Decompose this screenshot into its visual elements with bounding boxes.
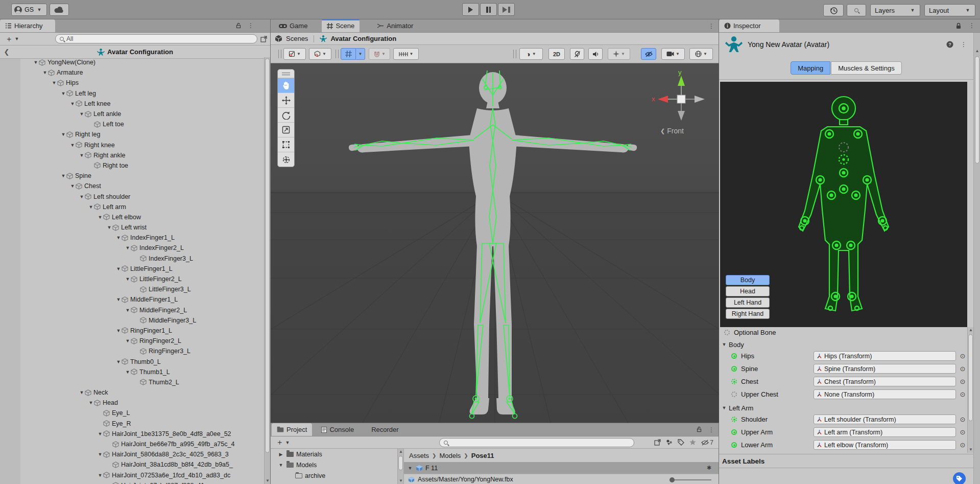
hierarchy-tree-item[interactable]: ▼ Chest <box>0 181 265 191</box>
tab-recorder[interactable]: Recorder <box>366 423 403 436</box>
hierarchy-tree-item[interactable]: ▼ LittleFinger2_L <box>0 274 265 284</box>
body-part-button-body[interactable]: Body <box>726 275 770 285</box>
expand-arrow-icon[interactable]: ▼ <box>97 452 103 457</box>
hierarchy-tree-item[interactable]: ▼ HairJoint_67cbd887_f808_41 <box>0 480 265 484</box>
view-orientation-label[interactable]: ❮ Front <box>660 127 684 135</box>
panel-menu-icon[interactable]: ⋮ <box>248 22 254 29</box>
open-search-window-icon[interactable] <box>654 439 661 446</box>
palette-drag-handle[interactable] <box>278 70 294 78</box>
body-part-button-head[interactable]: Head <box>726 286 770 296</box>
hierarchy-tree-item[interactable]: ▼ Eye_L <box>0 408 265 418</box>
rotate-tool[interactable] <box>278 107 294 122</box>
expand-arrow-icon[interactable]: ▼ <box>115 297 122 302</box>
hierarchy-tree-item[interactable]: ▼ IndexFinger1_L <box>0 233 265 243</box>
expand-arrow-icon[interactable]: ▼ <box>125 245 131 250</box>
hierarchy-tree-item[interactable]: ▼ Armature <box>0 67 265 78</box>
bone-object-field[interactable]: Left arm (Transform) <box>814 427 956 437</box>
scrollbar-thumb[interactable] <box>968 334 973 421</box>
breadcrumb-scenes[interactable]: Scenes <box>286 35 308 42</box>
gizmos-dropdown[interactable]: ▼ <box>689 48 713 60</box>
hierarchy-tree-item[interactable]: ▼ Left knee <box>0 99 265 109</box>
tab-inspector[interactable]: Inspector <box>719 19 779 32</box>
tab-animator[interactable]: Animator <box>372 19 418 32</box>
hierarchy-tree-item[interactable]: ▼ Spine <box>0 171 265 181</box>
bone-object-field[interactable]: Left shoulder (Transform) <box>814 414 956 424</box>
hierarchy-tree-item[interactable]: ▼ HairJoint_38a1cd8b_b8f4_42db_b9a5_ <box>0 459 265 470</box>
hierarchy-scrollbar[interactable]: ▼ <box>264 57 270 484</box>
pause-button[interactable] <box>480 3 497 16</box>
scene-viewport[interactable]: y x ❮ Front <box>271 63 719 423</box>
folder-item-materials[interactable]: ▶ Materials <box>271 449 397 459</box>
breadcrumb-pose11[interactable]: Pose11 <box>471 452 494 459</box>
object-picker-icon[interactable]: ⊙ <box>958 441 966 449</box>
tab-mapping[interactable]: Mapping <box>791 61 830 75</box>
panel-lock-icon[interactable] <box>235 22 242 29</box>
hierarchy-tree-item[interactable]: ▼ Eye_R <box>0 419 265 429</box>
open-search-window-icon[interactable] <box>260 36 267 42</box>
expand-arrow-icon[interactable]: ▼ <box>60 132 66 137</box>
bone-object-field[interactable]: Chest (Transform) <box>814 377 956 386</box>
search-by-type-icon[interactable] <box>666 439 673 446</box>
hierarchy-tree-item[interactable]: ▼ IndexFinger2_L <box>0 243 265 253</box>
hierarchy-tree-item[interactable]: ▼ Left toe <box>0 119 265 129</box>
panel-menu-icon[interactable]: ⋮ <box>708 426 714 433</box>
inspector-scrollbar[interactable]: ▲ <box>973 33 980 484</box>
2d-toggle-button[interactable]: 2D <box>548 48 565 60</box>
hierarchy-tree-item[interactable]: ▼ Thumb0_L <box>0 356 265 366</box>
global-search-button[interactable] <box>847 4 866 16</box>
object-picker-icon[interactable]: ⊙ <box>958 352 966 360</box>
hierarchy-tree-item[interactable]: ▼ Thumb2_L <box>0 377 265 387</box>
thumbnail-size-slider[interactable] <box>670 479 711 480</box>
asset-row-selected[interactable]: ▼ F 11 ✱ <box>404 462 719 474</box>
undo-history-button[interactable] <box>823 4 844 16</box>
bone-object-field[interactable]: None (Transform) <box>814 389 956 399</box>
panel-menu-icon[interactable]: ⋮ <box>969 22 975 29</box>
scene-visibility-toggle[interactable] <box>641 48 656 60</box>
hierarchy-tree-item[interactable]: ▼ HairJoint_be66e7fb_a995_49fb_a75c_4 <box>0 439 265 449</box>
hierarchy-tree-item[interactable]: ▼ MiddleFinger3_L <box>0 315 265 326</box>
object-picker-icon[interactable]: ⊙ <box>958 390 966 398</box>
lock-icon[interactable] <box>955 22 962 29</box>
hierarchy-tree-item[interactable]: ▼ Left elbow <box>0 212 265 222</box>
hierarchy-tree-item[interactable]: ▼ Left wrist <box>0 222 265 233</box>
project-search-input[interactable] <box>439 438 634 447</box>
toolbar-drag-handle[interactable] <box>336 50 339 58</box>
hierarchy-tree-item[interactable]: ▼ LittleFinger1_L <box>0 264 265 274</box>
object-picker-icon[interactable]: ⊙ <box>958 365 966 373</box>
panel-menu-icon[interactable]: ⋮ <box>708 22 714 30</box>
bone-section-foldout[interactable]: ▼Left Arm <box>719 403 966 413</box>
step-button[interactable] <box>498 3 515 16</box>
project-tree-scrollbar[interactable]: ▲ ▼ <box>397 449 404 484</box>
folder-item-archive[interactable]: archive <box>271 470 397 481</box>
expand-arrow-icon[interactable]: ▼ <box>69 143 76 148</box>
expand-arrow-icon[interactable]: ▼ <box>33 60 39 65</box>
scroll-down-icon[interactable]: ▼ <box>265 478 271 484</box>
rect-tool[interactable] <box>278 137 294 152</box>
expand-arrow-icon[interactable]: ▼ <box>125 370 131 375</box>
hierarchy-tree-item[interactable]: ▼ LittleFinger3_L <box>0 284 265 294</box>
expand-arrow-icon[interactable]: ▼ <box>42 70 48 75</box>
scale-tool[interactable] <box>278 122 294 137</box>
expand-arrow-icon[interactable]: ▼ <box>79 153 85 158</box>
expand-arrow-icon[interactable]: ▼ <box>69 183 76 189</box>
expand-arrow-icon[interactable]: ▼ <box>125 276 131 282</box>
hierarchy-tree-item[interactable]: ▼ MiddleFinger1_L <box>0 294 265 305</box>
scroll-up-icon[interactable]: ▲ <box>398 449 404 455</box>
tab-muscles-settings[interactable]: Muscles & Settings <box>831 61 902 75</box>
hierarchy-tree-item[interactable]: ▼ Left leg <box>0 88 265 99</box>
pivot-mode-dropdown[interactable]: ▼ <box>309 48 331 60</box>
hierarchy-tree-item[interactable]: ▼ Left shoulder <box>0 191 265 201</box>
expand-arrow-icon[interactable]: ▼ <box>79 390 85 395</box>
grid-settings-dropdown[interactable]: ▼ <box>356 48 365 60</box>
expand-arrow-icon[interactable]: ▼ <box>88 204 94 210</box>
scrollbar-thumb[interactable] <box>398 456 403 470</box>
account-dropdown[interactable]: GS ▼ <box>11 4 47 16</box>
bone-section-foldout[interactable]: ▼Body <box>719 339 966 350</box>
increment-snap-dropdown[interactable]: ▼ <box>393 48 419 60</box>
create-asset-button[interactable]: ＋▼ <box>276 437 291 447</box>
expand-arrow-icon[interactable]: ▼ <box>51 80 57 85</box>
hierarchy-tree-item[interactable]: ▼ Left ankle <box>0 109 265 119</box>
toolbar-drag-handle[interactable] <box>513 50 516 58</box>
scene-audio-toggle[interactable] <box>588 48 603 60</box>
expand-arrow-icon[interactable]: ▼ <box>97 431 103 436</box>
